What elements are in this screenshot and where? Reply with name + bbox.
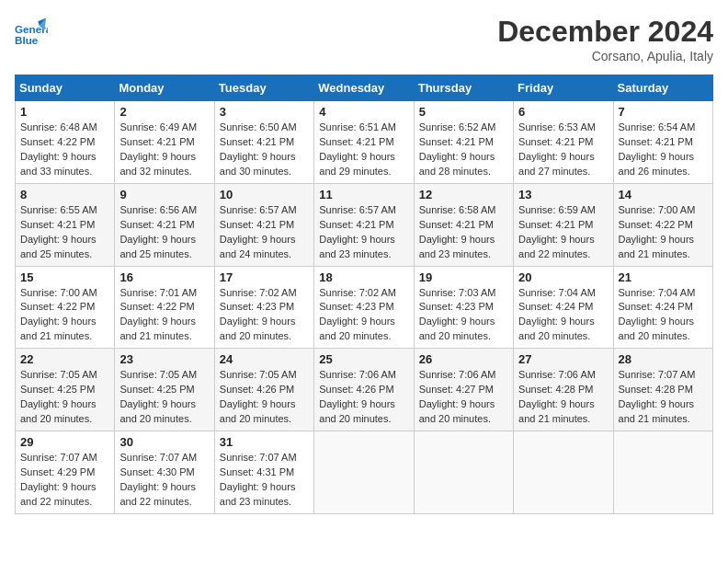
- calendar-cell: 14 Sunrise: 7:00 AM Sunset: 4:22 PM Dayl…: [613, 183, 712, 266]
- day-number: 5: [419, 105, 508, 119]
- day-info: Sunrise: 6:51 AM Sunset: 4:21 PM Dayligh…: [319, 121, 408, 179]
- day-info: Sunrise: 7:05 AM Sunset: 4:25 PM Dayligh…: [20, 368, 109, 427]
- calendar-cell: 4 Sunrise: 6:51 AM Sunset: 4:21 PM Dayli…: [314, 101, 414, 184]
- calendar-cell: 6 Sunrise: 6:53 AM Sunset: 4:21 PM Dayli…: [514, 101, 613, 184]
- day-info: Sunrise: 7:02 AM Sunset: 4:23 PM Dayligh…: [319, 286, 408, 345]
- calendar-cell: 28 Sunrise: 7:07 AM Sunset: 4:28 PM Dayl…: [613, 349, 712, 431]
- calendar-cell: 5 Sunrise: 6:52 AM Sunset: 4:21 PM Dayli…: [414, 101, 513, 184]
- calendar-cell: [414, 431, 513, 514]
- col-saturday: Saturday: [613, 75, 712, 101]
- calendar-cell: 25 Sunrise: 7:06 AM Sunset: 4:26 PM Dayl…: [314, 349, 414, 431]
- day-number: 9: [119, 188, 209, 201]
- col-sunday: Sunday: [16, 75, 115, 101]
- calendar-cell: 10 Sunrise: 6:57 AM Sunset: 4:21 PM Dayl…: [214, 183, 313, 266]
- col-wednesday: Wednesday: [314, 75, 414, 101]
- calendar-cell: 19 Sunrise: 7:03 AM Sunset: 4:23 PM Dayl…: [414, 266, 513, 349]
- calendar-cell: 16 Sunrise: 7:01 AM Sunset: 4:22 PM Dayl…: [115, 266, 214, 349]
- calendar-cell: 3 Sunrise: 6:50 AM Sunset: 4:21 PM Dayli…: [214, 101, 313, 184]
- calendar-cell: 17 Sunrise: 7:02 AM Sunset: 4:23 PM Dayl…: [214, 266, 313, 349]
- day-number: 26: [419, 352, 508, 366]
- day-number: 8: [20, 188, 109, 201]
- day-number: 23: [119, 352, 209, 366]
- calendar-cell: 15 Sunrise: 7:00 AM Sunset: 4:22 PM Dayl…: [16, 266, 115, 349]
- col-friday: Friday: [514, 75, 613, 101]
- day-number: 4: [319, 105, 408, 119]
- location-label: Corsano, Apulia, Italy: [497, 49, 713, 63]
- day-info: Sunrise: 7:06 AM Sunset: 4:27 PM Dayligh…: [419, 368, 508, 427]
- calendar-week-3: 15 Sunrise: 7:00 AM Sunset: 4:22 PM Dayl…: [16, 266, 713, 349]
- calendar-week-5: 29 Sunrise: 7:07 AM Sunset: 4:29 PM Dayl…: [16, 431, 713, 514]
- calendar-header: Sunday Monday Tuesday Wednesday Thursday…: [16, 75, 713, 101]
- calendar-cell: 18 Sunrise: 7:02 AM Sunset: 4:23 PM Dayl…: [314, 266, 414, 349]
- col-tuesday: Tuesday: [214, 75, 313, 101]
- day-number: 25: [319, 352, 408, 366]
- day-info: Sunrise: 7:02 AM Sunset: 4:23 PM Dayligh…: [220, 286, 309, 345]
- col-thursday: Thursday: [414, 75, 513, 101]
- day-number: 11: [319, 188, 408, 201]
- day-number: 6: [518, 105, 608, 119]
- calendar-cell: 30 Sunrise: 7:07 AM Sunset: 4:30 PM Dayl…: [115, 431, 214, 514]
- calendar-cell: [514, 431, 613, 514]
- day-number: 15: [20, 270, 109, 284]
- calendar-cell: [314, 431, 414, 514]
- day-info: Sunrise: 6:56 AM Sunset: 4:21 PM Dayligh…: [119, 203, 209, 262]
- day-info: Sunrise: 6:49 AM Sunset: 4:21 PM Dayligh…: [119, 121, 209, 179]
- day-info: Sunrise: 6:59 AM Sunset: 4:21 PM Dayligh…: [518, 203, 608, 262]
- calendar-cell: 11 Sunrise: 6:57 AM Sunset: 4:21 PM Dayl…: [314, 183, 414, 266]
- calendar-cell: 8 Sunrise: 6:55 AM Sunset: 4:21 PM Dayli…: [16, 183, 115, 266]
- day-info: Sunrise: 6:50 AM Sunset: 4:21 PM Dayligh…: [220, 121, 309, 179]
- day-info: Sunrise: 7:05 AM Sunset: 4:26 PM Dayligh…: [220, 368, 309, 427]
- day-info: Sunrise: 7:00 AM Sunset: 4:22 PM Dayligh…: [619, 203, 708, 262]
- day-number: 30: [119, 435, 209, 449]
- calendar-cell: 9 Sunrise: 6:56 AM Sunset: 4:21 PM Dayli…: [115, 183, 214, 266]
- calendar-cell: 1 Sunrise: 6:48 AM Sunset: 4:22 PM Dayli…: [16, 101, 115, 184]
- page-header: General Blue December 2024 Corsano, Apul…: [15, 15, 713, 63]
- day-info: Sunrise: 7:04 AM Sunset: 4:24 PM Dayligh…: [619, 286, 708, 345]
- calendar-cell: 2 Sunrise: 6:49 AM Sunset: 4:21 PM Dayli…: [115, 101, 214, 184]
- calendar-cell: [613, 431, 712, 514]
- day-info: Sunrise: 6:58 AM Sunset: 4:21 PM Dayligh…: [419, 203, 508, 262]
- day-number: 20: [518, 270, 608, 284]
- day-number: 17: [220, 270, 309, 284]
- day-number: 10: [220, 188, 309, 201]
- day-number: 31: [220, 435, 309, 449]
- day-number: 7: [619, 105, 708, 119]
- day-number: 21: [619, 270, 708, 284]
- title-block: December 2024 Corsano, Apulia, Italy: [497, 15, 713, 63]
- calendar-cell: 29 Sunrise: 7:07 AM Sunset: 4:29 PM Dayl…: [16, 431, 115, 514]
- calendar-cell: 23 Sunrise: 7:05 AM Sunset: 4:25 PM Dayl…: [115, 349, 214, 431]
- day-info: Sunrise: 6:57 AM Sunset: 4:21 PM Dayligh…: [319, 203, 408, 262]
- day-number: 19: [419, 270, 508, 284]
- calendar-body: 1 Sunrise: 6:48 AM Sunset: 4:22 PM Dayli…: [16, 101, 713, 514]
- day-info: Sunrise: 6:52 AM Sunset: 4:21 PM Dayligh…: [419, 121, 508, 179]
- day-info: Sunrise: 7:06 AM Sunset: 4:26 PM Dayligh…: [319, 368, 408, 427]
- day-number: 14: [619, 188, 708, 201]
- calendar-cell: 31 Sunrise: 7:07 AM Sunset: 4:31 PM Dayl…: [214, 431, 313, 514]
- day-number: 27: [518, 352, 608, 366]
- col-monday: Monday: [115, 75, 214, 101]
- day-number: 3: [220, 105, 309, 119]
- day-number: 2: [119, 105, 209, 119]
- day-number: 13: [518, 188, 608, 201]
- calendar-week-4: 22 Sunrise: 7:05 AM Sunset: 4:25 PM Dayl…: [16, 349, 713, 431]
- day-info: Sunrise: 6:55 AM Sunset: 4:21 PM Dayligh…: [20, 203, 109, 262]
- day-info: Sunrise: 7:04 AM Sunset: 4:24 PM Dayligh…: [518, 286, 608, 345]
- day-info: Sunrise: 7:06 AM Sunset: 4:28 PM Dayligh…: [518, 368, 608, 427]
- logo-icon: General Blue: [15, 15, 48, 48]
- day-number: 28: [619, 352, 708, 366]
- calendar-cell: 12 Sunrise: 6:58 AM Sunset: 4:21 PM Dayl…: [414, 183, 513, 266]
- month-title: December 2024: [497, 15, 713, 49]
- day-number: 29: [20, 435, 109, 449]
- day-info: Sunrise: 6:48 AM Sunset: 4:22 PM Dayligh…: [20, 121, 109, 179]
- calendar-cell: 24 Sunrise: 7:05 AM Sunset: 4:26 PM Dayl…: [214, 349, 313, 431]
- day-number: 24: [220, 352, 309, 366]
- calendar-table: Sunday Monday Tuesday Wednesday Thursday…: [15, 75, 713, 514]
- day-info: Sunrise: 7:05 AM Sunset: 4:25 PM Dayligh…: [119, 368, 209, 427]
- calendar-cell: 20 Sunrise: 7:04 AM Sunset: 4:24 PM Dayl…: [514, 266, 613, 349]
- day-info: Sunrise: 7:01 AM Sunset: 4:22 PM Dayligh…: [119, 286, 209, 345]
- day-info: Sunrise: 7:07 AM Sunset: 4:31 PM Dayligh…: [220, 451, 309, 510]
- day-info: Sunrise: 6:57 AM Sunset: 4:21 PM Dayligh…: [220, 203, 309, 262]
- calendar-week-2: 8 Sunrise: 6:55 AM Sunset: 4:21 PM Dayli…: [16, 183, 713, 266]
- calendar-cell: 13 Sunrise: 6:59 AM Sunset: 4:21 PM Dayl…: [514, 183, 613, 266]
- header-row: Sunday Monday Tuesday Wednesday Thursday…: [16, 75, 713, 101]
